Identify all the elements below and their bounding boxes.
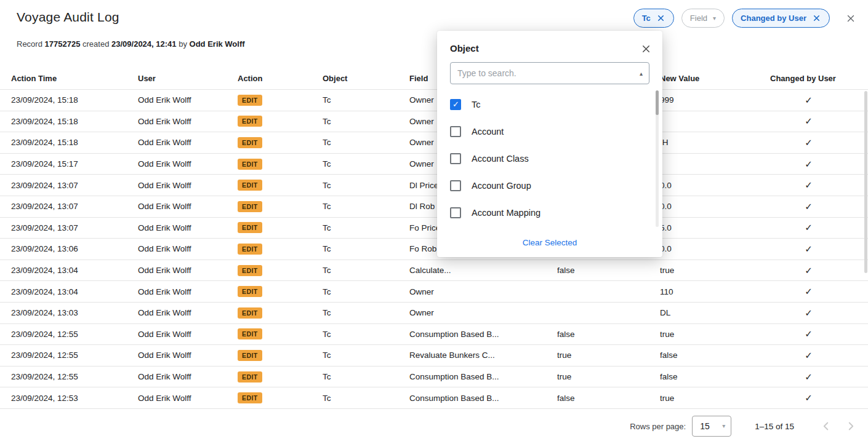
action-edit-badge: EDIT bbox=[238, 392, 262, 403]
cell-user: Odd Erik Wolff bbox=[138, 202, 238, 211]
cell-field: Consumption Based B... bbox=[409, 330, 557, 339]
list-scrollbar-track[interactable] bbox=[656, 90, 659, 227]
option-checkbox[interactable] bbox=[450, 99, 461, 110]
popup-option[interactable]: Account bbox=[437, 118, 662, 145]
action-edit-badge: EDIT bbox=[238, 328, 262, 339]
record-summary: Record 17752725 created 23/09/2024, 12:4… bbox=[17, 39, 245, 49]
action-edit-badge: EDIT bbox=[238, 159, 262, 170]
cell-object: Tc bbox=[323, 202, 409, 211]
cell-changed-by-user bbox=[770, 201, 868, 212]
chevron-up-icon[interactable]: ▴ bbox=[640, 70, 643, 77]
check-icon bbox=[805, 287, 813, 296]
check-icon bbox=[805, 266, 813, 276]
filter-chip-changed-by-user[interactable]: Changed by User bbox=[732, 9, 830, 28]
cell-action: EDIT bbox=[238, 265, 323, 276]
popup-option[interactable]: Account Group bbox=[437, 172, 662, 199]
cell-new-value: 5.0 bbox=[660, 223, 770, 232]
cell-new-value: 0.0 bbox=[660, 181, 770, 190]
cell-old-value: false bbox=[557, 330, 660, 339]
cell-new-value: DL bbox=[660, 308, 770, 317]
search-input[interactable] bbox=[450, 62, 649, 84]
cell-action: EDIT bbox=[238, 159, 323, 170]
cell-action: EDIT bbox=[238, 307, 323, 319]
popup-option[interactable]: Account Mapping bbox=[437, 199, 662, 226]
cell-changed-by-user bbox=[770, 350, 868, 361]
column-header-user: User bbox=[138, 74, 238, 83]
remove-filter-icon[interactable] bbox=[812, 14, 821, 23]
cell-new-value: true bbox=[660, 330, 770, 339]
previous-page-button[interactable] bbox=[819, 419, 834, 434]
cell-new-value: false bbox=[660, 372, 770, 381]
check-icon bbox=[805, 181, 813, 190]
close-icon[interactable] bbox=[639, 42, 653, 55]
cell-object: Tc bbox=[323, 244, 409, 253]
filter-chip-tc[interactable]: Tc bbox=[633, 9, 674, 28]
list-scrollbar-thumb[interactable] bbox=[656, 90, 659, 115]
table-row: 23/09/2024, 13:07 Odd Erik Wolff EDIT Tc… bbox=[0, 196, 868, 218]
remove-filter-icon[interactable] bbox=[656, 14, 665, 23]
clear-selected-button[interactable]: Clear Selected bbox=[523, 238, 577, 247]
action-edit-badge: EDIT bbox=[238, 180, 262, 191]
cell-object: Tc bbox=[323, 223, 409, 232]
action-edit-badge: EDIT bbox=[238, 286, 262, 297]
rows-per-page-select[interactable]: 15 ▾ bbox=[692, 416, 731, 437]
cell-action: EDIT bbox=[238, 137, 323, 148]
option-label: Tc bbox=[472, 100, 481, 109]
action-edit-badge: EDIT bbox=[238, 244, 262, 255]
cell-new-value: . bbox=[660, 159, 770, 168]
cell-user: Odd Erik Wolff bbox=[138, 159, 238, 168]
cell-new-value: true bbox=[660, 266, 770, 275]
option-checkbox[interactable] bbox=[450, 126, 461, 137]
cell-new-value: false bbox=[660, 351, 770, 360]
check-icon bbox=[805, 202, 813, 212]
option-checkbox[interactable] bbox=[450, 153, 461, 164]
chevron-down-icon: ▾ bbox=[713, 15, 716, 22]
cell-changed-by-user bbox=[770, 307, 868, 319]
cell-action: EDIT bbox=[238, 371, 323, 383]
check-icon bbox=[805, 138, 813, 148]
check-icon bbox=[805, 330, 813, 339]
check-icon bbox=[805, 351, 813, 360]
option-checkbox[interactable] bbox=[450, 180, 461, 191]
cell-action: EDIT bbox=[238, 95, 323, 106]
cell-object: Tc bbox=[323, 351, 409, 360]
column-header-changed-by-user: Changed by User bbox=[770, 74, 868, 83]
cell-action: EDIT bbox=[238, 180, 323, 191]
cell-changed-by-user bbox=[770, 95, 868, 106]
filter-chip-field[interactable]: Field ▾ bbox=[681, 9, 725, 28]
cell-action-time: 23/09/2024, 15:18 bbox=[11, 95, 138, 105]
cell-field: Owner bbox=[409, 308, 557, 317]
pagination-bar: Rows per page: 15 ▾ 1–15 of 15 bbox=[630, 416, 858, 437]
next-page-button[interactable] bbox=[843, 419, 858, 434]
table-row: 23/09/2024, 12:55 Odd Erik Wolff EDIT Tc… bbox=[0, 324, 868, 346]
close-icon[interactable] bbox=[843, 11, 858, 26]
record-id: 17752725 bbox=[45, 39, 81, 49]
cell-object: Tc bbox=[323, 138, 409, 147]
cell-new-value: 0.0 bbox=[660, 244, 770, 253]
cell-user: Odd Erik Wolff bbox=[138, 287, 238, 296]
cell-changed-by-user bbox=[770, 371, 868, 383]
cell-changed-by-user bbox=[770, 116, 868, 127]
cell-changed-by-user bbox=[770, 137, 868, 148]
option-label: Account Group bbox=[472, 181, 531, 191]
cell-action-time: 23/09/2024, 13:04 bbox=[11, 287, 138, 296]
option-label: Account bbox=[472, 127, 504, 137]
action-edit-badge: EDIT bbox=[238, 116, 262, 127]
voyage-audit-log-window: Voyage Audit Log Tc Field ▾ Changed by U… bbox=[0, 0, 868, 444]
option-checkbox[interactable] bbox=[450, 207, 461, 218]
cell-object: Tc bbox=[323, 266, 409, 275]
cell-old-value: true bbox=[557, 351, 660, 360]
cell-new-value: true bbox=[660, 394, 770, 403]
check-icon bbox=[805, 373, 813, 382]
cell-action: EDIT bbox=[238, 392, 323, 403]
cell-action-time: 23/09/2024, 13:07 bbox=[11, 223, 138, 232]
created-word: created bbox=[82, 39, 109, 49]
cell-action: EDIT bbox=[238, 116, 323, 127]
page-scrollbar-thumb[interactable] bbox=[864, 91, 867, 273]
cell-object: Tc bbox=[323, 95, 409, 105]
cell-action-time: 23/09/2024, 13:06 bbox=[11, 244, 138, 253]
table-row: 23/09/2024, 13:04 Odd Erik Wolff EDIT Tc… bbox=[0, 260, 868, 282]
popup-option[interactable]: Account Class bbox=[437, 145, 662, 172]
popup-option[interactable]: Tc bbox=[437, 91, 662, 118]
cell-action-time: 23/09/2024, 13:04 bbox=[11, 266, 138, 275]
